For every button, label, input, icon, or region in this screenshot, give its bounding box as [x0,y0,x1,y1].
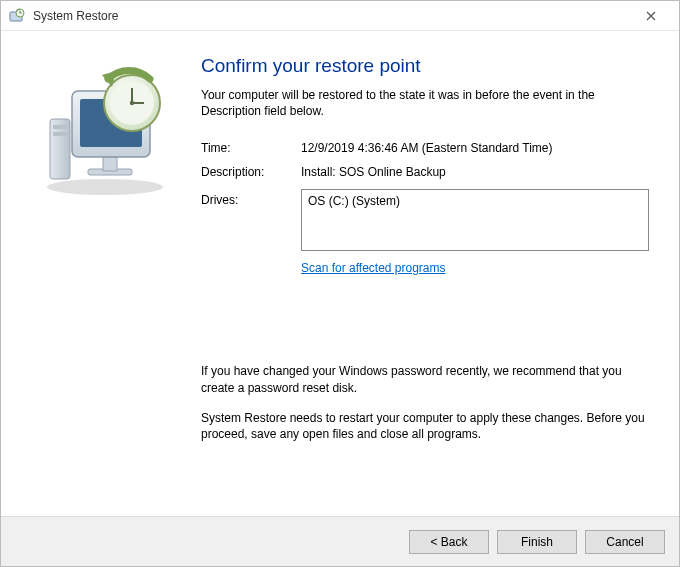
scan-affected-programs-link[interactable]: Scan for affected programs [301,261,446,275]
svg-rect-8 [103,157,117,171]
scan-row: Scan for affected programs [201,261,649,275]
drives-box: OS (C:) (System) [301,189,649,251]
window-title: System Restore [33,9,631,23]
svg-point-15 [130,101,134,105]
page-subtext: Your computer will be restored to the st… [201,87,649,119]
titlebar: System Restore [1,1,679,31]
password-note: If you have changed your Windows passwor… [201,363,649,395]
close-button[interactable] [631,2,671,30]
time-value: 12/9/2019 4:36:46 AM (Eastern Standard T… [301,141,649,155]
page-heading: Confirm your restore point [201,55,649,77]
close-icon [646,11,656,21]
system-restore-window: System Restore [0,0,680,567]
cancel-button[interactable]: Cancel [585,530,665,554]
description-value: Install: SOS Online Backup [301,165,649,179]
finish-button[interactable]: Finish [497,530,577,554]
system-restore-icon [9,8,25,24]
notes: If you have changed your Windows passwor… [201,363,649,442]
svg-point-3 [47,179,163,195]
description-label: Description: [201,165,301,179]
description-row: Description: Install: SOS Online Backup [201,165,649,179]
footer: < Back Finish Cancel [1,516,679,566]
time-row: Time: 12/9/2019 4:36:46 AM (Eastern Stan… [201,141,649,155]
body-area: Confirm your restore point Your computer… [1,31,679,516]
back-button[interactable]: < Back [409,530,489,554]
drives-row: Drives: OS (C:) (System) [201,189,649,251]
content-area: Confirm your restore point Your computer… [195,51,649,506]
time-label: Time: [201,141,301,155]
side-graphic [15,51,195,506]
svg-rect-6 [53,132,67,136]
restore-graphic-icon [30,61,180,201]
restart-note: System Restore needs to restart your com… [201,410,649,442]
drives-label: Drives: [201,189,301,251]
svg-rect-5 [53,125,67,129]
drives-value: OS (C:) (System) [308,194,400,208]
